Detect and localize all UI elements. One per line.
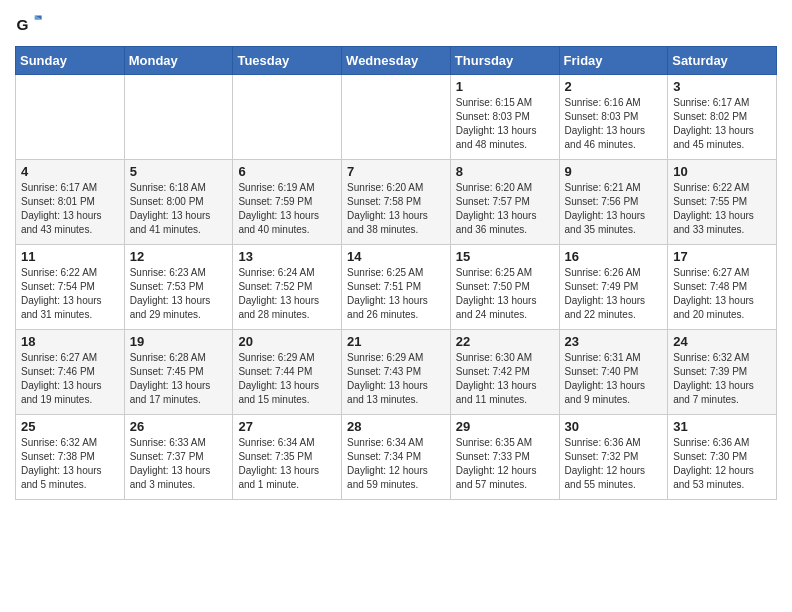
day-number: 8 bbox=[456, 164, 554, 179]
day-info: Sunrise: 6:22 AM Sunset: 7:54 PM Dayligh… bbox=[21, 266, 119, 322]
day-number: 18 bbox=[21, 334, 119, 349]
day-info: Sunrise: 6:32 AM Sunset: 7:38 PM Dayligh… bbox=[21, 436, 119, 492]
day-info: Sunrise: 6:25 AM Sunset: 7:50 PM Dayligh… bbox=[456, 266, 554, 322]
day-info: Sunrise: 6:34 AM Sunset: 7:34 PM Dayligh… bbox=[347, 436, 445, 492]
day-number: 14 bbox=[347, 249, 445, 264]
calendar-cell bbox=[124, 75, 233, 160]
calendar-cell bbox=[342, 75, 451, 160]
day-info: Sunrise: 6:21 AM Sunset: 7:56 PM Dayligh… bbox=[565, 181, 663, 237]
day-info: Sunrise: 6:31 AM Sunset: 7:40 PM Dayligh… bbox=[565, 351, 663, 407]
day-number: 13 bbox=[238, 249, 336, 264]
day-info: Sunrise: 6:28 AM Sunset: 7:45 PM Dayligh… bbox=[130, 351, 228, 407]
day-info: Sunrise: 6:30 AM Sunset: 7:42 PM Dayligh… bbox=[456, 351, 554, 407]
day-info: Sunrise: 6:26 AM Sunset: 7:49 PM Dayligh… bbox=[565, 266, 663, 322]
day-number: 25 bbox=[21, 419, 119, 434]
day-number: 27 bbox=[238, 419, 336, 434]
day-info: Sunrise: 6:36 AM Sunset: 7:32 PM Dayligh… bbox=[565, 436, 663, 492]
day-number: 11 bbox=[21, 249, 119, 264]
day-number: 12 bbox=[130, 249, 228, 264]
day-info: Sunrise: 6:34 AM Sunset: 7:35 PM Dayligh… bbox=[238, 436, 336, 492]
calendar-cell: 25Sunrise: 6:32 AM Sunset: 7:38 PM Dayli… bbox=[16, 415, 125, 500]
calendar-cell: 30Sunrise: 6:36 AM Sunset: 7:32 PM Dayli… bbox=[559, 415, 668, 500]
day-number: 19 bbox=[130, 334, 228, 349]
calendar-cell: 16Sunrise: 6:26 AM Sunset: 7:49 PM Dayli… bbox=[559, 245, 668, 330]
day-number: 1 bbox=[456, 79, 554, 94]
calendar-cell: 20Sunrise: 6:29 AM Sunset: 7:44 PM Dayli… bbox=[233, 330, 342, 415]
svg-text:G: G bbox=[16, 16, 28, 33]
day-number: 5 bbox=[130, 164, 228, 179]
calendar-cell: 27Sunrise: 6:34 AM Sunset: 7:35 PM Dayli… bbox=[233, 415, 342, 500]
day-info: Sunrise: 6:32 AM Sunset: 7:39 PM Dayligh… bbox=[673, 351, 771, 407]
calendar-week-row: 4Sunrise: 6:17 AM Sunset: 8:01 PM Daylig… bbox=[16, 160, 777, 245]
logo: G bbox=[15, 10, 47, 38]
day-number: 29 bbox=[456, 419, 554, 434]
calendar-cell: 12Sunrise: 6:23 AM Sunset: 7:53 PM Dayli… bbox=[124, 245, 233, 330]
calendar-cell: 9Sunrise: 6:21 AM Sunset: 7:56 PM Daylig… bbox=[559, 160, 668, 245]
calendar-cell bbox=[233, 75, 342, 160]
day-number: 30 bbox=[565, 419, 663, 434]
page-header: G bbox=[15, 10, 777, 38]
calendar-cell: 18Sunrise: 6:27 AM Sunset: 7:46 PM Dayli… bbox=[16, 330, 125, 415]
calendar-cell: 1Sunrise: 6:15 AM Sunset: 8:03 PM Daylig… bbox=[450, 75, 559, 160]
day-number: 9 bbox=[565, 164, 663, 179]
header-row: SundayMondayTuesdayWednesdayThursdayFrid… bbox=[16, 47, 777, 75]
calendar-cell: 29Sunrise: 6:35 AM Sunset: 7:33 PM Dayli… bbox=[450, 415, 559, 500]
day-info: Sunrise: 6:23 AM Sunset: 7:53 PM Dayligh… bbox=[130, 266, 228, 322]
calendar-cell: 23Sunrise: 6:31 AM Sunset: 7:40 PM Dayli… bbox=[559, 330, 668, 415]
day-info: Sunrise: 6:22 AM Sunset: 7:55 PM Dayligh… bbox=[673, 181, 771, 237]
calendar-cell: 7Sunrise: 6:20 AM Sunset: 7:58 PM Daylig… bbox=[342, 160, 451, 245]
day-info: Sunrise: 6:29 AM Sunset: 7:44 PM Dayligh… bbox=[238, 351, 336, 407]
weekday-header: Tuesday bbox=[233, 47, 342, 75]
calendar-cell: 4Sunrise: 6:17 AM Sunset: 8:01 PM Daylig… bbox=[16, 160, 125, 245]
calendar-cell: 3Sunrise: 6:17 AM Sunset: 8:02 PM Daylig… bbox=[668, 75, 777, 160]
calendar-cell: 5Sunrise: 6:18 AM Sunset: 8:00 PM Daylig… bbox=[124, 160, 233, 245]
weekday-header: Friday bbox=[559, 47, 668, 75]
day-number: 28 bbox=[347, 419, 445, 434]
logo-icon: G bbox=[15, 10, 43, 38]
calendar-week-row: 18Sunrise: 6:27 AM Sunset: 7:46 PM Dayli… bbox=[16, 330, 777, 415]
day-number: 3 bbox=[673, 79, 771, 94]
calendar-cell: 24Sunrise: 6:32 AM Sunset: 7:39 PM Dayli… bbox=[668, 330, 777, 415]
day-number: 21 bbox=[347, 334, 445, 349]
weekday-header: Monday bbox=[124, 47, 233, 75]
calendar-cell: 6Sunrise: 6:19 AM Sunset: 7:59 PM Daylig… bbox=[233, 160, 342, 245]
day-info: Sunrise: 6:24 AM Sunset: 7:52 PM Dayligh… bbox=[238, 266, 336, 322]
calendar-cell: 14Sunrise: 6:25 AM Sunset: 7:51 PM Dayli… bbox=[342, 245, 451, 330]
calendar-cell: 15Sunrise: 6:25 AM Sunset: 7:50 PM Dayli… bbox=[450, 245, 559, 330]
calendar-cell bbox=[16, 75, 125, 160]
calendar-cell: 13Sunrise: 6:24 AM Sunset: 7:52 PM Dayli… bbox=[233, 245, 342, 330]
calendar-cell: 21Sunrise: 6:29 AM Sunset: 7:43 PM Dayli… bbox=[342, 330, 451, 415]
day-number: 7 bbox=[347, 164, 445, 179]
day-number: 15 bbox=[456, 249, 554, 264]
calendar-cell: 11Sunrise: 6:22 AM Sunset: 7:54 PM Dayli… bbox=[16, 245, 125, 330]
day-info: Sunrise: 6:15 AM Sunset: 8:03 PM Dayligh… bbox=[456, 96, 554, 152]
day-info: Sunrise: 6:17 AM Sunset: 8:01 PM Dayligh… bbox=[21, 181, 119, 237]
day-number: 2 bbox=[565, 79, 663, 94]
day-number: 26 bbox=[130, 419, 228, 434]
day-info: Sunrise: 6:25 AM Sunset: 7:51 PM Dayligh… bbox=[347, 266, 445, 322]
weekday-header: Saturday bbox=[668, 47, 777, 75]
day-info: Sunrise: 6:27 AM Sunset: 7:48 PM Dayligh… bbox=[673, 266, 771, 322]
calendar-cell: 22Sunrise: 6:30 AM Sunset: 7:42 PM Dayli… bbox=[450, 330, 559, 415]
calendar-cell: 26Sunrise: 6:33 AM Sunset: 7:37 PM Dayli… bbox=[124, 415, 233, 500]
weekday-header: Wednesday bbox=[342, 47, 451, 75]
day-number: 17 bbox=[673, 249, 771, 264]
calendar-cell: 28Sunrise: 6:34 AM Sunset: 7:34 PM Dayli… bbox=[342, 415, 451, 500]
calendar-cell: 19Sunrise: 6:28 AM Sunset: 7:45 PM Dayli… bbox=[124, 330, 233, 415]
calendar-cell: 31Sunrise: 6:36 AM Sunset: 7:30 PM Dayli… bbox=[668, 415, 777, 500]
day-info: Sunrise: 6:19 AM Sunset: 7:59 PM Dayligh… bbox=[238, 181, 336, 237]
weekday-header: Sunday bbox=[16, 47, 125, 75]
day-number: 4 bbox=[21, 164, 119, 179]
day-info: Sunrise: 6:36 AM Sunset: 7:30 PM Dayligh… bbox=[673, 436, 771, 492]
day-number: 10 bbox=[673, 164, 771, 179]
calendar-cell: 8Sunrise: 6:20 AM Sunset: 7:57 PM Daylig… bbox=[450, 160, 559, 245]
calendar-cell: 2Sunrise: 6:16 AM Sunset: 8:03 PM Daylig… bbox=[559, 75, 668, 160]
day-info: Sunrise: 6:18 AM Sunset: 8:00 PM Dayligh… bbox=[130, 181, 228, 237]
day-number: 16 bbox=[565, 249, 663, 264]
weekday-header: Thursday bbox=[450, 47, 559, 75]
day-info: Sunrise: 6:35 AM Sunset: 7:33 PM Dayligh… bbox=[456, 436, 554, 492]
day-info: Sunrise: 6:16 AM Sunset: 8:03 PM Dayligh… bbox=[565, 96, 663, 152]
day-number: 24 bbox=[673, 334, 771, 349]
day-info: Sunrise: 6:20 AM Sunset: 7:58 PM Dayligh… bbox=[347, 181, 445, 237]
day-info: Sunrise: 6:33 AM Sunset: 7:37 PM Dayligh… bbox=[130, 436, 228, 492]
